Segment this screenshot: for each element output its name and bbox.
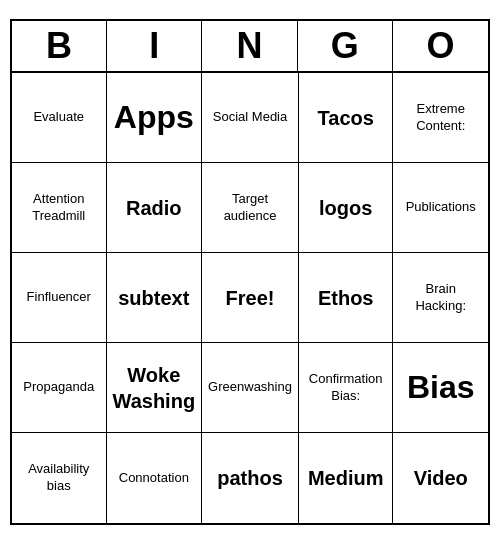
cell-text-16: Woke Washing (113, 362, 196, 414)
cell-text-4: Extreme Content: (399, 101, 482, 135)
header-letter-n: N (202, 21, 297, 71)
cell-text-15: Propaganda (23, 379, 94, 396)
bingo-cell-18[interactable]: Confirmation Bias: (299, 343, 394, 433)
header-letter-g: G (298, 21, 393, 71)
cell-text-9: Publications (406, 199, 476, 216)
cell-text-1: Apps (114, 97, 194, 139)
header-letter-b: B (12, 21, 107, 71)
bingo-cell-1[interactable]: Apps (107, 73, 203, 163)
bingo-cell-19[interactable]: Bias (393, 343, 488, 433)
bingo-cell-4[interactable]: Extreme Content: (393, 73, 488, 163)
cell-text-19: Bias (407, 367, 475, 409)
header-letter-i: I (107, 21, 202, 71)
bingo-cell-12[interactable]: Free! (202, 253, 299, 343)
cell-text-12: Free! (226, 285, 275, 311)
cell-text-17: Greenwashing (208, 379, 292, 396)
cell-text-3: Tacos (318, 105, 374, 131)
bingo-cell-11[interactable]: subtext (107, 253, 203, 343)
cell-text-11: subtext (118, 285, 189, 311)
bingo-cell-15[interactable]: Propaganda (12, 343, 107, 433)
cell-text-24: Video (414, 465, 468, 491)
bingo-cell-7[interactable]: Target audience (202, 163, 299, 253)
cell-text-13: Ethos (318, 285, 374, 311)
cell-text-20: Availability bias (18, 461, 100, 495)
cell-text-0: Evaluate (33, 109, 84, 126)
cell-text-21: Connotation (119, 470, 189, 487)
bingo-cell-13[interactable]: Ethos (299, 253, 394, 343)
cell-text-14: Brain Hacking: (399, 281, 482, 315)
cell-text-18: Confirmation Bias: (305, 371, 387, 405)
bingo-cell-6[interactable]: Radio (107, 163, 203, 253)
bingo-cell-0[interactable]: Evaluate (12, 73, 107, 163)
bingo-cell-22[interactable]: pathos (202, 433, 299, 523)
bingo-cell-23[interactable]: Medium (299, 433, 394, 523)
bingo-cell-21[interactable]: Connotation (107, 433, 203, 523)
cell-text-5: Attention Treadmill (18, 191, 100, 225)
bingo-cell-5[interactable]: Attention Treadmill (12, 163, 107, 253)
bingo-cell-10[interactable]: Finfluencer (12, 253, 107, 343)
bingo-card: BINGO EvaluateAppsSocial MediaTacosExtre… (10, 19, 490, 525)
bingo-header: BINGO (12, 21, 488, 73)
bingo-cell-2[interactable]: Social Media (202, 73, 299, 163)
bingo-cell-3[interactable]: Tacos (299, 73, 394, 163)
bingo-cell-24[interactable]: Video (393, 433, 488, 523)
cell-text-2: Social Media (213, 109, 287, 126)
cell-text-23: Medium (308, 465, 384, 491)
header-letter-o: O (393, 21, 488, 71)
cell-text-7: Target audience (208, 191, 292, 225)
bingo-cell-17[interactable]: Greenwashing (202, 343, 299, 433)
bingo-cell-9[interactable]: Publications (393, 163, 488, 253)
bingo-cell-8[interactable]: logos (299, 163, 394, 253)
bingo-cell-20[interactable]: Availability bias (12, 433, 107, 523)
bingo-cell-14[interactable]: Brain Hacking: (393, 253, 488, 343)
cell-text-22: pathos (217, 465, 283, 491)
cell-text-8: logos (319, 195, 372, 221)
cell-text-10: Finfluencer (27, 289, 91, 306)
cell-text-6: Radio (126, 195, 182, 221)
bingo-cell-16[interactable]: Woke Washing (107, 343, 203, 433)
bingo-grid: EvaluateAppsSocial MediaTacosExtreme Con… (12, 73, 488, 523)
